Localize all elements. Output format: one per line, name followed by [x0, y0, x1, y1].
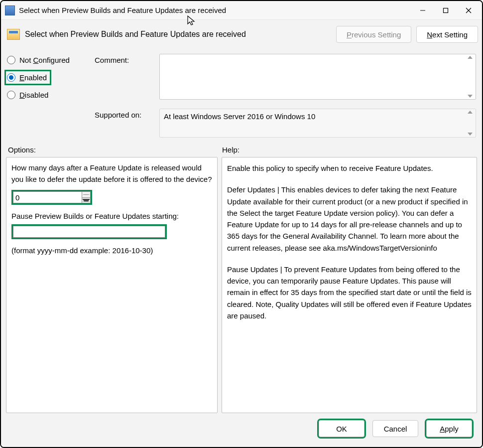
minimize-button[interactable]	[411, 2, 434, 18]
radio-disabled[interactable]: Disabled	[7, 91, 87, 99]
help-section-label: Help:	[222, 146, 240, 154]
next-setting-button[interactable]: Next Setting	[416, 26, 478, 43]
heading-row: Select when Preview Builds and Feature U…	[5, 20, 478, 50]
help-paragraph: Defer Updates | This enables devices to …	[227, 184, 472, 254]
comment-label: Comment:	[95, 54, 159, 64]
ok-button[interactable]: OK	[319, 420, 364, 437]
policy-heading: Select when Preview Builds and Feature U…	[25, 30, 246, 39]
maximize-button[interactable]	[434, 2, 457, 18]
previous-setting-button[interactable]: Previous Setting	[336, 26, 411, 43]
policy-icon	[7, 29, 20, 40]
pause-date-label: Pause Preview Builds or Feature Updates …	[11, 212, 212, 220]
titlebar: Select when Preview Builds and Feature U…	[1, 1, 482, 20]
scroll-arrows[interactable]	[466, 111, 474, 136]
help-panel: Enable this policy to specify when to re…	[222, 157, 477, 413]
help-paragraph: Enable this policy to specify when to re…	[227, 162, 472, 174]
help-paragraph: Pause Updates | To prevent Feature Updat…	[227, 264, 472, 321]
supported-on-box: At least Windows Server 2016 or Windows …	[159, 109, 476, 138]
radio-not-configured[interactable]: Not Configured	[7, 56, 87, 64]
radio-icon	[7, 91, 15, 99]
close-button[interactable]	[457, 2, 480, 18]
pause-date-input[interactable]	[13, 226, 165, 238]
pause-date-format-hint: (format yyyy-mm-dd example: 2016-10-30)	[11, 246, 212, 255]
spinner-down[interactable]	[82, 198, 90, 203]
app-icon	[5, 5, 15, 15]
options-panel: How many days after a Feature Update is …	[6, 157, 218, 413]
radio-icon	[7, 73, 15, 82]
spinner-up[interactable]	[82, 192, 90, 198]
radio-enabled[interactable]: Enabled	[7, 73, 47, 82]
dialog-footer: OK Cancel Apply	[5, 413, 478, 443]
supported-on-value: At least Windows Server 2016 or Windows …	[164, 112, 315, 121]
supported-label: Supported on:	[95, 109, 159, 119]
apply-button[interactable]: Apply	[426, 420, 472, 437]
window-title: Select when Preview Builds and Feature U…	[19, 6, 226, 14]
defer-days-question: How many days after a Feature Update is …	[11, 162, 212, 185]
comment-textbox[interactable]	[159, 54, 476, 100]
defer-days-input[interactable]	[13, 191, 82, 203]
cancel-button[interactable]: Cancel	[372, 420, 418, 437]
scroll-arrows[interactable]	[466, 56, 474, 98]
defer-days-spinner[interactable]	[82, 191, 91, 203]
svg-rect-1	[444, 8, 448, 12]
options-section-label: Options:	[8, 146, 222, 154]
prev-label: revious Setting	[352, 30, 401, 39]
apply-label: pply	[445, 425, 459, 433]
next-label: ext Setting	[432, 30, 468, 39]
radio-icon	[7, 56, 15, 64]
